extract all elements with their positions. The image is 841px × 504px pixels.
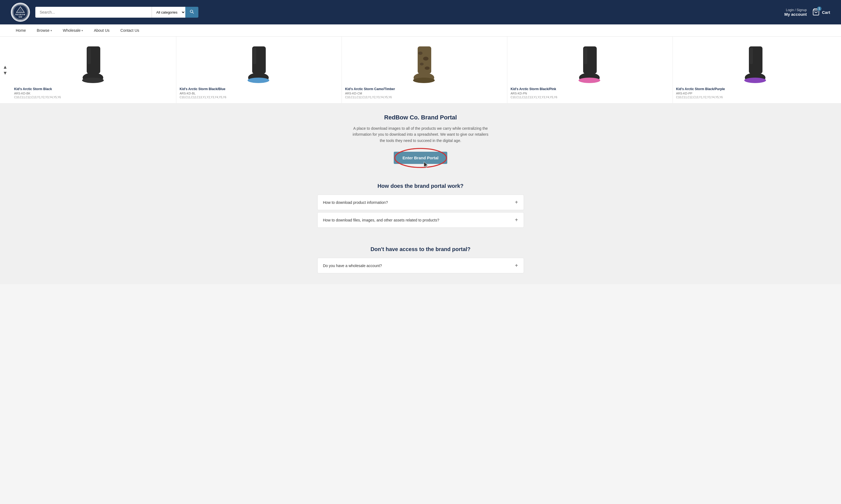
boot-image	[408, 44, 441, 85]
product-name: Kid's Arctic Storm Black	[14, 87, 173, 91]
nav-item-about[interactable]: About Us	[89, 24, 115, 36]
cart-section[interactable]: 1 Cart	[812, 8, 830, 17]
faq-question-1: How to download product information?	[323, 200, 388, 205]
enter-brand-portal-button[interactable]: Enter Brand Portal	[394, 152, 447, 164]
brand-portal-content: RedBow Co. Brand Portal A place to downl…	[0, 103, 841, 175]
svg-point-26	[579, 78, 600, 83]
login-signup-label[interactable]: Login / Signup	[784, 8, 807, 12]
product-image-area	[511, 41, 669, 85]
svg-point-18	[418, 52, 423, 55]
nav-item-wholesale[interactable]: Wholesale ▾	[58, 24, 88, 36]
faq-item-2[interactable]: How to download files, images, and other…	[317, 212, 524, 228]
access-question-1: Do you have a wholesale account?	[323, 264, 382, 268]
svg-text:REDBOW: REDBOW	[16, 14, 25, 16]
brand-portal-description: A place to download images to all of the…	[353, 125, 488, 144]
how-it-works-section: How does the brand portal work? How to d…	[0, 175, 841, 241]
product-sizes: C10,C11,C12,C13,Y1,Y2,Y3,Y4,Y5,Y6	[179, 96, 338, 99]
access-item-1[interactable]: Do you have a wholesale account? +	[317, 258, 524, 273]
product-name: Kid's Arctic Storm Black/Pink	[511, 87, 669, 91]
nav-item-contact[interactable]: Contact Us	[116, 24, 144, 36]
access-section: Don't have access to the brand portal? D…	[312, 241, 529, 284]
products-row: Kid's Arctic Storm Black ARS-KD-BK C10,C…	[3, 37, 838, 103]
product-sku: ARS-KD-PN	[511, 92, 669, 95]
cart-icon-wrap: 1	[812, 8, 820, 17]
no-access-section: Don't have access to the brand portal? D…	[0, 241, 841, 284]
product-image-area	[179, 41, 338, 85]
svg-point-11	[82, 78, 104, 83]
scroll-down-button[interactable]: ▼	[3, 71, 7, 75]
header: REDBOW CO All categories Login / Signup …	[0, 0, 841, 24]
faq-item-1[interactable]: How to download product information? +	[317, 195, 524, 210]
svg-rect-27	[584, 48, 587, 64]
category-select[interactable]: All categories	[152, 7, 185, 18]
product-card[interactable]: Kid's Arctic Storm Black/Blue ARS-KD-BL …	[176, 37, 342, 103]
enter-btn-wrapper: Enter Brand Portal	[394, 152, 447, 164]
search-container: All categories	[35, 7, 199, 18]
svg-point-20	[420, 63, 424, 66]
product-image-area	[676, 41, 835, 85]
product-scroll-area: ▲ ▼ Kid's Arctic Storm Black ARS-KD-BK C…	[0, 37, 841, 103]
boot-image	[243, 44, 275, 85]
svg-line-7	[192, 12, 194, 14]
scroll-nav: ▲ ▼	[3, 65, 7, 75]
search-button[interactable]	[185, 7, 199, 18]
cart-badge: 1	[817, 6, 821, 11]
faq-expand-icon-2: +	[515, 217, 518, 223]
brand-portal-title: RedBow Co. Brand Portal	[5, 114, 836, 121]
product-name: Kid's Arctic Storm Black/Purple	[676, 87, 835, 91]
account-section[interactable]: Login / Signup My account	[784, 8, 807, 17]
faq-expand-icon-1: +	[515, 199, 518, 205]
product-card[interactable]: Kid's Arctic Storm Black ARS-KD-BK C10,C…	[11, 37, 176, 103]
product-sizes: C10,C11,C12,C13,Y1,Y2,Y3,Y4,Y5,Y6	[345, 96, 504, 99]
logo[interactable]: REDBOW CO	[11, 3, 30, 22]
my-account-label[interactable]: My account	[784, 12, 807, 17]
product-card[interactable]: Kid's Arctic Storm Black/Purple ARS-KD-P…	[673, 37, 838, 103]
product-sku: ARS-KD-BK	[14, 92, 173, 95]
wholesale-chevron-icon: ▾	[82, 29, 83, 32]
scroll-up-button[interactable]: ▲	[3, 65, 7, 70]
product-name: Kid's Arctic Storm Camo/Timber	[345, 87, 504, 91]
product-sizes: C10,C11,C12,C13,Y1,Y2,Y3,Y4,Y5,Y6	[14, 96, 173, 99]
boot-image	[573, 44, 606, 85]
cart-label[interactable]: Cart	[822, 10, 830, 15]
browse-chevron-icon: ▾	[51, 29, 52, 32]
product-sku: ARS-KD-CM	[345, 92, 504, 95]
nav-item-browse[interactable]: Browse ▾	[32, 24, 57, 36]
faq-title: How does the brand portal work?	[317, 183, 524, 189]
svg-rect-16	[253, 48, 256, 64]
svg-rect-31	[750, 48, 753, 64]
svg-text:CO: CO	[18, 16, 22, 18]
boot-image	[77, 44, 110, 85]
svg-rect-12	[87, 48, 91, 64]
logo-circle: REDBOW CO	[11, 3, 30, 22]
logo-svg: REDBOW CO	[12, 3, 29, 21]
nav-bar: Home Browse ▾ Wholesale ▾ About Us Conta…	[0, 24, 841, 37]
boot-image	[739, 44, 772, 85]
brand-portal-section: RedBow Co. Brand Portal A place to downl…	[0, 103, 841, 175]
access-expand-icon-1: +	[515, 263, 518, 269]
product-sku: ARS-KD-PP	[676, 92, 835, 95]
faq-section: How does the brand portal work? How to d…	[312, 175, 529, 241]
access-title: Don't have access to the brand portal?	[317, 246, 524, 252]
svg-point-15	[247, 78, 269, 83]
svg-point-23	[413, 78, 435, 83]
product-card[interactable]: Kid's Arctic Storm Black/Pink ARS-KD-PN …	[507, 37, 673, 103]
product-name: Kid's Arctic Storm Black/Blue	[179, 87, 338, 91]
svg-point-30	[744, 78, 766, 83]
search-icon	[190, 10, 194, 14]
product-sku: ARS-KD-BL	[179, 92, 338, 95]
faq-question-2: How to download files, images, and other…	[323, 218, 440, 222]
product-image-area	[345, 41, 504, 85]
product-sizes: C10,C11,C12,C13,Y1,Y2,Y3,Y4,Y5,Y6	[676, 96, 835, 99]
svg-point-21	[425, 67, 430, 70]
svg-point-19	[423, 57, 429, 60]
nav-item-home[interactable]: Home	[11, 24, 31, 36]
header-right: Login / Signup My account 1 Cart	[784, 8, 830, 17]
product-card[interactable]: Kid's Arctic Storm Camo/Timber ARS-KD-CM…	[342, 37, 507, 103]
product-sizes: C10,C11,C12,C13,Y1,Y2,Y3,Y4,Y5,Y6	[511, 96, 669, 99]
svg-point-6	[190, 10, 193, 13]
search-input[interactable]	[35, 7, 152, 18]
product-image-area	[14, 41, 173, 85]
